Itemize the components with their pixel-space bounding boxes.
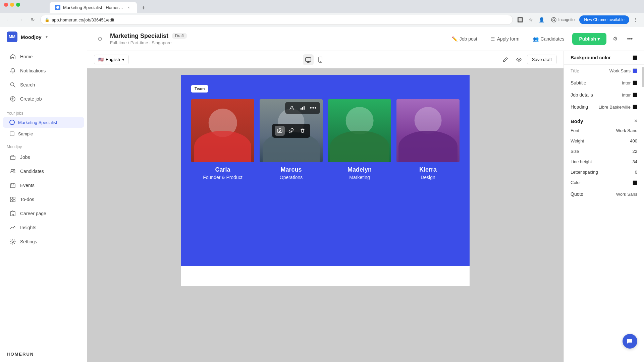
svg-point-27 bbox=[518, 59, 520, 60]
menu-btn[interactable]: ⋮ bbox=[631, 15, 640, 24]
member-person-btn[interactable] bbox=[287, 103, 297, 113]
sidebar-item-jobs[interactable]: Jobs bbox=[3, 150, 84, 164]
title-color-swatch[interactable] bbox=[633, 68, 637, 73]
back-btn[interactable]: ← bbox=[4, 15, 13, 24]
sidebar-item-notifications[interactable]: Notifications bbox=[3, 64, 84, 77]
svg-rect-19 bbox=[10, 212, 15, 216]
job-post-tab-btn[interactable]: ✏️ Job post bbox=[446, 34, 483, 44]
size-value: 22 bbox=[633, 149, 637, 154]
sidebar-item-career-page[interactable]: Career page bbox=[3, 207, 84, 220]
sidebar-brand[interactable]: MM Moodjoy ▾ bbox=[0, 27, 87, 47]
sidebar-item-settings[interactable]: Settings bbox=[3, 235, 84, 248]
app-container: MM Moodjoy ▾ Home Notifications bbox=[0, 27, 644, 362]
candidates-tab-btn[interactable]: 👥 Candidates bbox=[528, 34, 570, 44]
canvas-bottom-section bbox=[181, 266, 470, 286]
svg-rect-18 bbox=[13, 200, 15, 202]
body-color-swatch[interactable] bbox=[633, 180, 637, 185]
form-icon: ☰ bbox=[491, 36, 495, 42]
publish-btn[interactable]: Publish ▾ bbox=[572, 33, 606, 45]
member-more-btn[interactable]: ••• bbox=[309, 103, 318, 113]
member-chart-btn[interactable] bbox=[298, 103, 307, 113]
mobile-viewport-btn[interactable] bbox=[315, 54, 326, 65]
bookmark-icon[interactable]: ☆ bbox=[526, 15, 536, 24]
size-row: Size 22 bbox=[564, 146, 644, 157]
edit-mode-btn[interactable] bbox=[500, 54, 511, 65]
line-height-row: Line height 34 bbox=[564, 157, 644, 167]
sidebar-search-label: Search bbox=[20, 82, 35, 87]
apply-form-tab-btn[interactable]: ☰ Apply form bbox=[485, 34, 525, 44]
close-window-btn[interactable] bbox=[4, 3, 8, 7]
new-tab-btn[interactable]: + bbox=[139, 3, 148, 13]
tab-title: Marketing Specialist · Homerun bbox=[63, 5, 123, 10]
team-label: Team bbox=[191, 85, 208, 93]
heading-color-swatch[interactable] bbox=[633, 105, 637, 109]
search-icon bbox=[9, 81, 16, 88]
homerun-logo: HOMERUN bbox=[7, 352, 80, 357]
save-draft-btn[interactable]: Save draft bbox=[527, 55, 557, 64]
subtitle-font: Inter bbox=[622, 80, 631, 85]
maximize-window-btn[interactable] bbox=[16, 3, 20, 7]
refresh-btn[interactable] bbox=[95, 34, 105, 44]
sidebar-item-todos[interactable]: To-dos bbox=[3, 193, 84, 206]
moodjoy-section-label: Moodjoy bbox=[0, 142, 87, 150]
sidebar-job-sample[interactable]: Sample bbox=[3, 128, 84, 139]
title-value: Work Sans bbox=[609, 68, 637, 73]
team-grid: Carla Founder & Product bbox=[191, 99, 460, 180]
new-chrome-btn[interactable]: New Chrome available bbox=[579, 15, 629, 24]
sidebar-job-marketing-specialist[interactable]: Marketing Specialist bbox=[3, 117, 84, 128]
svg-rect-15 bbox=[10, 197, 12, 199]
extension-icon[interactable]: 🔲 bbox=[516, 15, 525, 24]
sidebar-item-insights[interactable]: Insights bbox=[3, 221, 84, 234]
job-details-color-swatch[interactable] bbox=[633, 93, 637, 97]
delete-photo-btn[interactable] bbox=[298, 126, 308, 136]
preview-mode-btn[interactable] bbox=[514, 54, 524, 65]
sidebar-item-candidates[interactable]: Candidates bbox=[3, 165, 84, 178]
job-title-row: Marketing Specialist Draft bbox=[110, 33, 441, 40]
address-url: app.homerun.co/job/336451/edit bbox=[52, 17, 114, 22]
profile-icon[interactable]: 👤 bbox=[537, 15, 546, 24]
chat-bubble-btn[interactable] bbox=[623, 334, 637, 349]
language-selector[interactable]: 🇺🇸 English ▾ bbox=[94, 55, 129, 64]
incognito-btn[interactable]: Incognito bbox=[548, 16, 578, 24]
subtitle-color-swatch[interactable] bbox=[633, 80, 637, 85]
sidebar-notifications-label: Notifications bbox=[20, 68, 46, 73]
sidebar-candidates-label: Candidates bbox=[20, 169, 44, 174]
sidebar-item-home[interactable]: Home bbox=[3, 50, 84, 63]
tab-close-btn[interactable]: × bbox=[126, 5, 131, 10]
sidebar-todos-label: To-dos bbox=[20, 197, 34, 202]
address-bar[interactable]: 🔒 app.homerun.co/job/336451/edit bbox=[40, 15, 513, 25]
canvas-wrapper: Team bbox=[87, 68, 564, 300]
team-member-carla: Carla Founder & Product bbox=[191, 99, 254, 180]
editor-toolbar: 🇺🇸 English ▾ bbox=[87, 51, 564, 68]
link-photo-btn[interactable] bbox=[286, 126, 296, 136]
body-section-close-btn[interactable]: × bbox=[634, 118, 637, 124]
desktop-viewport-btn[interactable] bbox=[303, 54, 314, 65]
settings-gear-btn[interactable]: ⚙ bbox=[609, 33, 621, 45]
weight-label: Weight bbox=[571, 138, 584, 143]
settings-icon bbox=[9, 238, 16, 245]
reload-btn[interactable]: ↻ bbox=[28, 15, 38, 24]
minimize-window-btn[interactable] bbox=[10, 3, 14, 7]
brand-dropdown-icon: ▾ bbox=[46, 35, 48, 39]
letter-spacing-row: Letter spacing 0 bbox=[564, 167, 644, 177]
browser-toolbar: ← → ↻ 🔒 app.homerun.co/job/336451/edit 🔲… bbox=[0, 13, 644, 27]
more-options-btn[interactable]: ••• bbox=[624, 33, 636, 45]
sidebar-item-events[interactable]: Events bbox=[3, 179, 84, 192]
people-icon bbox=[9, 168, 16, 175]
job-details-label: Job details bbox=[571, 92, 593, 98]
browser-tab-active[interactable]: Marketing Specialist · Homerun × bbox=[50, 2, 137, 13]
sidebar-item-create-job[interactable]: Create job bbox=[3, 92, 84, 106]
publish-label: Publish bbox=[579, 36, 596, 42]
sidebar-footer: HOMERUN bbox=[0, 346, 87, 362]
replace-photo-btn[interactable] bbox=[275, 126, 285, 136]
svg-rect-17 bbox=[10, 200, 12, 202]
team-member-kierra: Kierra Design bbox=[396, 99, 460, 180]
quote-label: Quote bbox=[571, 191, 583, 197]
sidebar-item-search[interactable]: Search bbox=[3, 78, 84, 92]
forward-btn[interactable]: → bbox=[16, 15, 25, 24]
app-header: Marketing Specialist Draft Full-time / P… bbox=[87, 27, 644, 51]
bg-color-swatch[interactable] bbox=[633, 55, 637, 60]
marcus-role: Operations bbox=[280, 175, 303, 180]
svg-point-9 bbox=[11, 169, 13, 171]
window-controls[interactable] bbox=[4, 3, 20, 7]
